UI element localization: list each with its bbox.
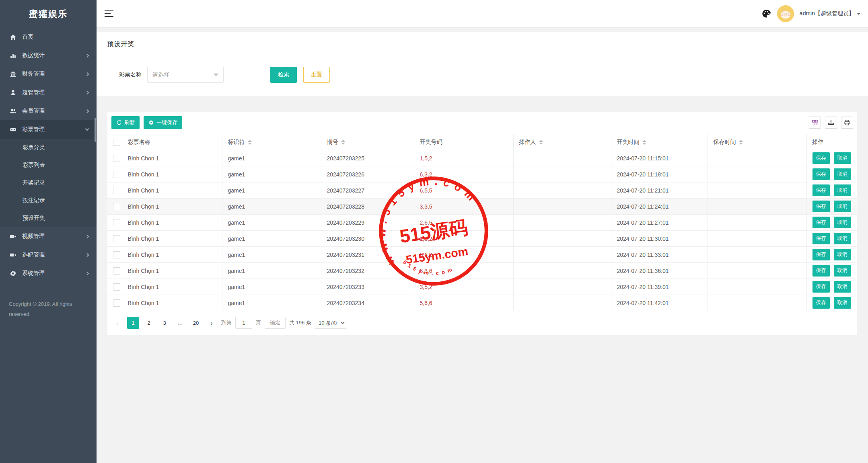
row-cancel-button[interactable]: 取消 (834, 233, 851, 244)
video-icon (10, 233, 16, 240)
row-checkbox[interactable] (113, 219, 120, 226)
refresh-button[interactable]: 刷新 (111, 116, 140, 129)
column-header[interactable]: 操作人 (513, 134, 611, 150)
menu-toggle-icon[interactable] (105, 10, 113, 17)
user-menu[interactable]: admin【超级管理员】 (800, 10, 861, 17)
page-button-2[interactable]: 2 (143, 317, 155, 329)
row-checkbox[interactable] (113, 299, 120, 307)
row-save-button[interactable]: 保存 (812, 233, 830, 244)
page-size-select[interactable]: 10 条/页 (315, 317, 346, 329)
gear-icon (10, 270, 16, 277)
row-cancel-button[interactable]: 取消 (834, 184, 851, 196)
sidebar-subitem-5-2[interactable]: 开奖记录 (0, 174, 97, 192)
table-row: Bình Chọn 1game12024072032251,5,22024-07… (107, 150, 858, 166)
print-button[interactable] (841, 117, 853, 129)
save-time-cell (708, 182, 806, 199)
sidebar-item-5[interactable]: 彩票管理 (0, 120, 97, 139)
sidebar-item-3[interactable]: 超管管理 (0, 83, 97, 102)
select-all-header[interactable] (107, 134, 122, 150)
row-save-button[interactable]: 保存 (812, 168, 830, 180)
sidebar-item-0[interactable]: 首页 (0, 28, 97, 46)
row-checkbox[interactable] (113, 283, 120, 291)
table-row: Bình Chọn 1game12024072032266,3,22024-07… (107, 166, 858, 182)
row-cancel-button[interactable]: 取消 (834, 217, 851, 228)
row-checkbox[interactable] (113, 203, 120, 210)
export-icon (828, 119, 834, 126)
select-all-checkbox[interactable] (113, 139, 120, 146)
sidebar-item-label: 会员管理 (22, 107, 86, 115)
save-all-button[interactable]: 一键保存 (144, 116, 182, 129)
row-checkbox[interactable] (113, 155, 120, 162)
next-page-button[interactable]: › (206, 317, 218, 329)
chevron-right-icon (85, 90, 89, 94)
page-button-20[interactable]: 20 (190, 317, 202, 329)
row-checkbox[interactable] (113, 171, 120, 178)
save-time-cell (708, 295, 806, 311)
save-time-cell (708, 199, 806, 215)
sidebar-subitem-5-4[interactable]: 预设开奖 (0, 209, 97, 227)
sort-icon[interactable] (248, 140, 252, 145)
column-header[interactable]: 保存时间 (708, 134, 806, 150)
page-ellipsis: … (174, 317, 186, 329)
row-checkbox[interactable] (113, 235, 120, 242)
search-button[interactable]: 检索 (270, 67, 297, 83)
actions-cell: 保存取消 (806, 166, 858, 182)
sidebar-item-4[interactable]: 会员管理 (0, 102, 97, 120)
row-cancel-button[interactable]: 取消 (834, 201, 851, 212)
reset-button[interactable]: 重置 (303, 67, 330, 83)
sidebar-scrollbar[interactable] (95, 118, 96, 142)
prev-page-button[interactable]: ‹ (111, 317, 123, 329)
column-header[interactable]: 开奖时间 (611, 134, 708, 150)
page-title: 预设开奖 (97, 32, 868, 56)
row-cancel-button[interactable]: 取消 (834, 152, 851, 164)
sidebar-item-2[interactable]: 财务管理 (0, 65, 97, 83)
row-save-button[interactable]: 保存 (812, 152, 830, 164)
lottery-select[interactable]: 请选择 (147, 67, 224, 83)
goto-confirm-button[interactable]: 确定 (265, 317, 286, 329)
export-button[interactable] (825, 117, 837, 129)
goto-page-input[interactable] (235, 317, 252, 329)
print-icon (844, 119, 850, 126)
sidebar-item-6[interactable]: 视频管理 (0, 227, 97, 246)
row-save-button[interactable]: 保存 (812, 184, 830, 196)
sort-icon[interactable] (341, 140, 345, 145)
copyright-text: Copyright © 2019. All rights reserved. (0, 299, 97, 319)
row-cancel-button[interactable]: 取消 (834, 249, 851, 260)
user-avatar[interactable] (777, 5, 794, 22)
sidebar-subitem-5-3[interactable]: 投注记录 (0, 192, 97, 209)
code-cell: game1 (222, 150, 321, 166)
sidebar-item-1[interactable]: 数据统计 (0, 46, 97, 65)
table-row: Bình Chọn 1game12024072032301,3,22024-07… (107, 231, 858, 247)
row-save-button[interactable]: 保存 (812, 265, 830, 277)
row-save-button[interactable]: 保存 (812, 201, 830, 212)
sidebar-subitem-5-0[interactable]: 彩票分类 (0, 139, 97, 156)
column-header[interactable]: 标识符 (222, 134, 321, 150)
row-save-button[interactable]: 保存 (812, 281, 830, 293)
sidebar-item-7[interactable]: 选妃管理 (0, 246, 97, 264)
row-cancel-button[interactable]: 取消 (834, 168, 851, 180)
column-header[interactable]: 期号 (321, 134, 414, 150)
filter-columns-button[interactable] (809, 117, 821, 129)
actions-cell: 保存取消 (806, 150, 858, 166)
sort-icon[interactable] (539, 140, 543, 145)
row-checkbox[interactable] (113, 251, 120, 258)
sidebar-subitem-5-1[interactable]: 彩票列表 (0, 156, 97, 174)
sidebar-nav: 首页数据统计财务管理超管管理会员管理彩票管理彩票分类彩票列表开奖记录投注记录预设… (0, 28, 97, 283)
row-cancel-button[interactable]: 取消 (834, 297, 851, 309)
sort-icon[interactable] (739, 140, 743, 145)
draw-numbers-cell: 3,3,5 (414, 199, 513, 215)
row-save-button[interactable]: 保存 (812, 217, 830, 228)
page-button-3[interactable]: 3 (158, 317, 171, 329)
row-cancel-button[interactable]: 取消 (834, 265, 851, 277)
row-save-button[interactable]: 保存 (812, 249, 830, 260)
row-cancel-button[interactable]: 取消 (834, 281, 851, 293)
main-content: 预设开奖 彩票名称 请选择 检索 重置 刷新 一键保存 (97, 28, 868, 463)
chevron-right-icon (85, 234, 89, 238)
page-button-1[interactable]: 1 (127, 317, 139, 329)
sort-icon[interactable] (642, 140, 646, 145)
row-checkbox[interactable] (113, 267, 120, 275)
sidebar-item-8[interactable]: 系统管理 (0, 264, 97, 283)
row-save-button[interactable]: 保存 (812, 297, 830, 309)
theme-palette-icon[interactable] (761, 8, 771, 19)
row-checkbox[interactable] (113, 187, 120, 194)
